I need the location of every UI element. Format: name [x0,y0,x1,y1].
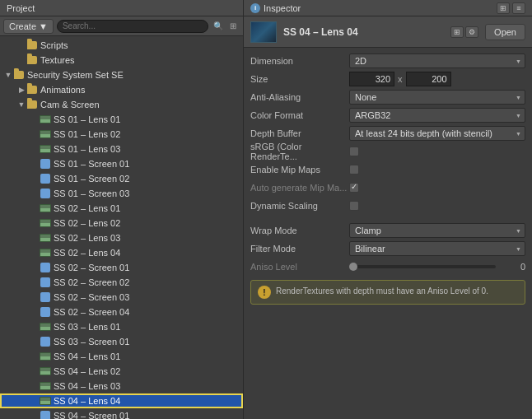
tree-item-label-animations: Animations [40,85,85,95]
search-icons: 🔍 ⊞ [212,20,240,33]
tree-toggle-ss02-screen01 [30,263,40,272]
dimension-dropdown[interactable]: 2D [349,54,525,68]
aniso-slider[interactable] [349,265,496,268]
filter-icon[interactable]: ⊞ [226,20,240,33]
inspector-settings-icon[interactable]: ⚙ [465,26,478,38]
tree-item-ss02-screen02[interactable]: SS 02 – Screen 02 [0,275,243,290]
inspector-lock-icon[interactable]: ⊞ [497,2,510,14]
filter-mode-row: Filter Mode Bilinear [250,240,525,257]
search-icon[interactable]: 🔍 [212,20,225,33]
color-format-value: ARGB32 [349,108,525,123]
inspector-tab[interactable]: i Inspector ⊞ ≡ [244,0,532,16]
tree-item-ss04-lens03[interactable]: SS 04 – Lens 03 [0,379,243,393]
project-toolbar: Create ▼ 🔍 ⊞ [0,16,243,36]
tree-item-label-ss02-screen03: SS 02 – Screen 03 [54,292,129,302]
wrap-mode-value: Clamp [349,223,525,238]
wrap-mode-dropdown[interactable]: Clamp [349,223,525,238]
size-value: x [349,72,525,86]
render-texture-icon [40,247,51,258]
tree-item-textures[interactable]: Textures [0,53,243,68]
tree-item-label-ss04-screen01: SS 04 – Screen 01 [54,411,129,419]
wrap-mode-label: Wrap Mode [250,226,349,235]
color-format-dropdown[interactable]: ARGB32 [349,108,525,123]
inspector-header: SS 04 – Lens 04 ⊞ ⚙ Open [244,16,532,48]
auto-generate-checkbox[interactable] [349,183,359,193]
wrap-mode-row: Wrap Mode Clamp [250,222,525,239]
info-icon: i [250,3,260,13]
color-format-row: Color Format ARGB32 [250,107,525,123]
tree-item-label-ss04-lens01: SS 04 – Lens 01 [54,351,120,361]
tree-item-ss04-lens04[interactable]: SS 04 – Lens 04 [0,393,243,408]
tree-item-ss02-lens02[interactable]: SS 02 – Lens 02 [0,216,243,230]
inspector-header-icons: ⊞ ⚙ [450,26,478,38]
tree-item-ss02-lens04[interactable]: SS 02 – Lens 04 [0,245,243,260]
project-panel: Create ▼ 🔍 ⊞ ScriptsTextures▼Security Sy… [0,16,244,419]
tree-toggle-ss02-screen02 [30,277,40,287]
tree-item-ss02-screen01[interactable]: SS 02 – Screen 01 [0,260,243,275]
tree-item-ss04-screen01[interactable]: SS 04 – Screen 01 [0,408,243,419]
enable-mip-checkbox[interactable] [349,165,359,175]
tree-item-label-ss02-screen02: SS 02 – Screen 02 [54,277,129,287]
tree-item-ss01-screen03[interactable]: SS 01 – Screen 03 [0,186,243,201]
size-height-input[interactable] [406,72,451,86]
warning-text: RenderTextures with depth must have an A… [276,286,488,297]
inspector-body: Dimension 2D Size x [244,48,532,419]
tree-item-ss04-lens02[interactable]: SS 04 – Lens 02 [0,364,243,379]
asset-icon [40,306,51,318]
tree-item-label-ss02-lens02: SS 02 – Lens 02 [54,218,120,228]
tree-item-label-ss02-lens04: SS 02 – Lens 04 [54,248,120,258]
srgb-row: sRGB (Color RenderTe... [250,143,525,160]
open-button[interactable]: Open [485,24,525,40]
anti-aliasing-value: None [349,90,525,105]
tree-item-ss01-lens03[interactable]: SS 01 – Lens 03 [0,142,243,156]
tree-toggle-ss01-screen01 [30,159,40,169]
size-width-input[interactable] [349,72,394,86]
render-texture-icon [40,232,51,244]
tree-item-label-ss01-screen02: SS 01 – Screen 02 [54,174,129,184]
anti-aliasing-dropdown[interactable]: None [349,90,525,105]
tree-item-cam-screen[interactable]: ▼Cam & Screen [0,97,243,112]
tree-item-ss02-lens03[interactable]: SS 02 – Lens 03 [0,230,243,245]
project-tab-label: Project [7,3,35,13]
aniso-slider-thumb[interactable] [349,263,357,271]
tree-item-ss04-lens01[interactable]: SS 04 – Lens 01 [0,349,243,364]
dimension-row: Dimension 2D [250,53,525,69]
tree-item-ss01-lens01[interactable]: SS 01 – Lens 01 [0,112,243,127]
anti-aliasing-row: Anti-Aliasing None [250,89,525,105]
tree-item-ss02-screen04[interactable]: SS 02 – Screen 04 [0,305,243,319]
search-input[interactable] [57,20,208,33]
tree-toggle-security-system-set-se: ▼ [3,70,13,80]
project-tab[interactable]: Project [0,0,244,16]
tree-toggle-ss02-lens02 [30,218,40,228]
create-button[interactable]: Create ▼ [3,19,54,34]
filter-mode-dropdown[interactable]: Bilinear [349,241,525,256]
folder-icon [26,99,38,110]
tree-item-security-system-set-se[interactable]: ▼Security System Set SE [0,68,243,82]
inspector-menu-icon[interactable]: ≡ [512,2,525,14]
tree-item-ss02-lens01[interactable]: SS 02 – Lens 01 [0,201,243,216]
tree-item-label-scripts: Scripts [40,40,68,50]
tree-item-ss03-screen01[interactable]: SS 03 – Screen 01 [0,334,243,349]
warning-box: ! RenderTextures with depth must have an… [250,280,525,305]
tree-toggle-ss02-screen03 [30,292,40,302]
tree-item-ss02-screen03[interactable]: SS 02 – Screen 03 [0,290,243,305]
tree-toggle-ss01-lens01 [30,114,40,124]
srgb-checkbox[interactable] [349,147,359,156]
tree-item-label-ss04-lens02: SS 04 – Lens 02 [54,366,120,376]
tree-item-label-security-system-set-se: Security System Set SE [27,70,124,80]
dynamic-scaling-checkbox[interactable] [349,201,359,211]
depth-buffer-value: At least 24 bits depth (with stencil) [349,126,525,141]
tree-item-ss01-screen01[interactable]: SS 01 – Screen 01 [0,156,243,171]
tree-item-ss01-lens02[interactable]: SS 01 – Lens 02 [0,127,243,142]
tree-item-animations[interactable]: ▶Animations [0,82,243,97]
render-texture-icon [40,114,51,125]
depth-buffer-dropdown[interactable]: At least 24 bits depth (with stencil) [349,126,525,141]
main-content: Create ▼ 🔍 ⊞ ScriptsTextures▼Security Sy… [0,16,532,419]
render-texture-icon [40,203,51,214]
tree-item-scripts[interactable]: Scripts [0,38,243,53]
tree-item-label-ss01-lens02: SS 01 – Lens 02 [54,129,120,139]
tree-item-ss01-screen02[interactable]: SS 01 – Screen 02 [0,171,243,186]
inspector-layout-icon[interactable]: ⊞ [450,26,464,38]
depth-buffer-row: Depth Buffer At least 24 bits depth (wit… [250,125,525,142]
tree-item-ss03-lens01[interactable]: SS 03 – Lens 01 [0,319,243,334]
